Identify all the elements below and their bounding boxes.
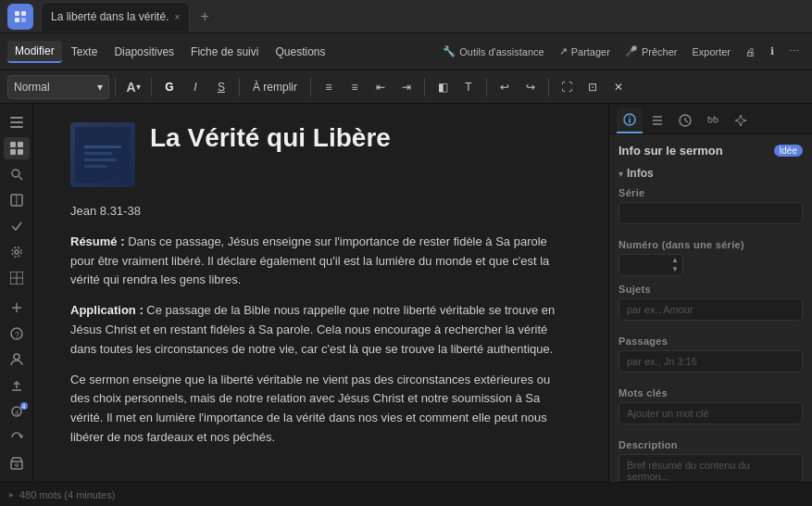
font-size-button[interactable]: A▾ bbox=[121, 75, 145, 99]
sidebar-add-icon[interactable] bbox=[4, 297, 30, 319]
exporter-button[interactable]: Exporter bbox=[686, 43, 736, 61]
redo-button[interactable]: ↪ bbox=[518, 75, 543, 99]
sidebar-menu-icon[interactable] bbox=[4, 111, 30, 133]
more-button[interactable]: ⋯ bbox=[783, 42, 805, 61]
svg-rect-3 bbox=[21, 18, 26, 22]
passages-input[interactable] bbox=[618, 350, 803, 373]
italic-button[interactable]: I bbox=[183, 75, 207, 99]
precher-button[interactable]: 🎤 Prêcher bbox=[619, 42, 683, 61]
print-button[interactable]: 🖨 bbox=[740, 43, 761, 61]
expand-button[interactable]: ⛶ bbox=[555, 75, 579, 99]
mots-cles-input[interactable] bbox=[618, 402, 803, 424]
style-selector[interactable]: Normal ▾ bbox=[7, 75, 109, 99]
diapositives-menu[interactable]: Diapositives bbox=[106, 42, 181, 62]
sidebar-refresh-icon[interactable] bbox=[4, 426, 30, 449]
sidebar-search-icon[interactable] bbox=[4, 163, 30, 185]
modifier-menu[interactable]: Modifier bbox=[7, 41, 62, 63]
sidebar-export-icon[interactable] bbox=[4, 374, 30, 397]
menu-group: Modifier Texte Diapositives Fiche de sui… bbox=[7, 41, 332, 63]
spinner-up[interactable]: ▲ bbox=[668, 256, 681, 265]
idea-badge[interactable]: Idée bbox=[774, 145, 803, 157]
format-divider-5 bbox=[424, 78, 425, 96]
svg-rect-33 bbox=[84, 152, 112, 155]
indent-out-button[interactable]: ⇤ bbox=[369, 75, 393, 99]
style-chevron-icon: ▾ bbox=[97, 81, 103, 94]
notification-badge: 4 bbox=[20, 402, 28, 410]
sermon-body: Jean 8.31-38 Résumé : Dans ce passage, J… bbox=[70, 202, 571, 448]
sermon-title: La Vérité qui Libère bbox=[150, 122, 391, 154]
svg-rect-34 bbox=[84, 158, 117, 161]
sidebar-help-icon[interactable]: ? bbox=[4, 323, 30, 345]
main-toolbar: Modifier Texte Diapositives Fiche de sui… bbox=[0, 33, 812, 70]
sermon-thumbnail bbox=[70, 122, 135, 187]
application-text: Ce passage de la Bible nous rappelle que… bbox=[70, 303, 555, 356]
sidebar-settings-icon[interactable] bbox=[4, 241, 30, 263]
underline-button[interactable]: S bbox=[209, 75, 233, 99]
indent-in-button[interactable]: ⇥ bbox=[394, 75, 418, 99]
panel-tab-quote[interactable] bbox=[700, 108, 726, 133]
sidebar-grid-icon[interactable] bbox=[4, 137, 30, 159]
svg-rect-35 bbox=[84, 165, 107, 168]
panel-title: Info sur le sermon bbox=[618, 144, 723, 158]
panel-tab-sparkle[interactable] bbox=[728, 108, 754, 133]
numero-input-wrap: ▲ ▼ bbox=[618, 254, 683, 276]
new-tab-button[interactable]: + bbox=[194, 6, 216, 28]
svg-line-44 bbox=[685, 120, 688, 122]
text-options-button[interactable]: T bbox=[456, 75, 481, 99]
left-sidebar: ? 4 4 bbox=[0, 104, 33, 482]
svg-rect-4 bbox=[10, 117, 23, 119]
sidebar-badge-icon[interactable]: 4 4 bbox=[4, 400, 30, 423]
sidebar-store-icon[interactable] bbox=[4, 452, 30, 474]
description-label: Description bbox=[618, 439, 803, 450]
serie-input[interactable] bbox=[618, 202, 803, 224]
align-left-button[interactable]: ◧ bbox=[431, 75, 455, 99]
tab-close-icon[interactable]: × bbox=[174, 12, 180, 22]
svg-line-12 bbox=[19, 177, 22, 181]
list-ordered-button[interactable]: ≡ bbox=[343, 75, 367, 99]
svg-point-15 bbox=[15, 250, 19, 254]
sidebar-grid2-icon[interactable] bbox=[4, 267, 30, 289]
collapse-button[interactable]: ⊡ bbox=[581, 75, 605, 99]
undo-button[interactable]: ↩ bbox=[493, 75, 517, 99]
more-format-button[interactable]: ✕ bbox=[606, 75, 631, 99]
panel-tab-info[interactable] bbox=[617, 108, 643, 133]
panel-content: Info sur le sermon Idée ▾ Infos Série Nu… bbox=[609, 134, 812, 482]
fill-button[interactable]: À remplir bbox=[245, 77, 305, 97]
fiche-suivi-menu[interactable]: Fiche de suivi bbox=[183, 42, 266, 62]
format-divider-2 bbox=[151, 78, 152, 96]
svg-text:4: 4 bbox=[15, 409, 19, 417]
info-button[interactable]: ℹ bbox=[765, 42, 780, 61]
passages-label: Passages bbox=[618, 335, 803, 347]
texte-menu[interactable]: Texte bbox=[64, 42, 106, 62]
panel-tab-list[interactable] bbox=[644, 108, 670, 133]
right-panel: Info sur le sermon Idée ▾ Infos Série Nu… bbox=[608, 104, 812, 482]
list-unordered-button[interactable]: ≡ bbox=[317, 75, 341, 99]
format-bar: Normal ▾ A▾ G I S À remplir ≡ ≡ ⇤ ⇥ ◧ T … bbox=[0, 70, 812, 104]
panel-tab-clock[interactable] bbox=[672, 108, 698, 133]
outils-button[interactable]: 🔧 Outils d'assistance bbox=[437, 42, 549, 61]
sujets-input[interactable] bbox=[618, 298, 803, 321]
format-divider-1 bbox=[115, 78, 116, 96]
paragraph-main: Ce sermon enseigne que la liberté vérita… bbox=[70, 371, 571, 448]
current-tab[interactable]: La liberté dans la vérité. × bbox=[41, 2, 190, 32]
questions-menu[interactable]: Questions bbox=[268, 42, 332, 62]
svg-rect-9 bbox=[10, 149, 16, 155]
sermon-reference: Jean 8.31-38 bbox=[70, 202, 571, 221]
sidebar-check-icon[interactable] bbox=[4, 215, 30, 237]
spinner-down[interactable]: ▼ bbox=[668, 265, 681, 274]
format-divider-6 bbox=[486, 78, 487, 96]
sidebar-book-icon[interactable] bbox=[4, 189, 30, 211]
infos-section-header: ▾ Infos bbox=[618, 167, 803, 180]
editor-area[interactable]: La Vérité qui Libère Jean 8.31-38 Résumé… bbox=[33, 104, 608, 482]
bold-button[interactable]: G bbox=[157, 75, 181, 99]
partager-button[interactable]: ↗ Partager bbox=[554, 42, 616, 61]
svg-point-11 bbox=[12, 170, 19, 177]
sujets-label: Sujets bbox=[618, 284, 803, 295]
description-textarea[interactable] bbox=[618, 454, 803, 482]
numero-label: Numéro (dans une série) bbox=[618, 239, 803, 250]
svg-rect-2 bbox=[15, 18, 19, 22]
sidebar-person-icon[interactable] bbox=[4, 348, 30, 371]
svg-rect-6 bbox=[10, 126, 23, 128]
toolbar-right-group: 🔧 Outils d'assistance ↗ Partager 🎤 Prêch… bbox=[437, 42, 805, 61]
style-label: Normal bbox=[14, 81, 50, 94]
